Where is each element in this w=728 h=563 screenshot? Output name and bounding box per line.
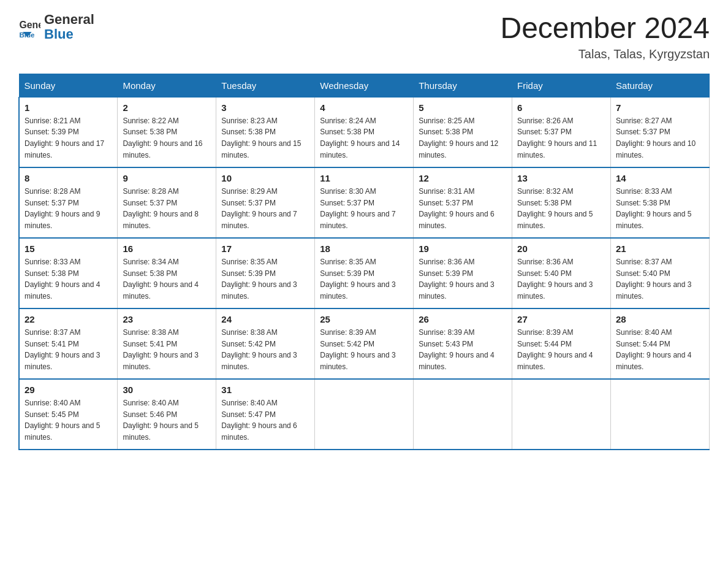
day-info: Sunrise: 8:40 AM Sunset: 5:45 PM Dayligh…	[25, 397, 112, 443]
day-info: Sunrise: 8:34 AM Sunset: 5:38 PM Dayligh…	[123, 256, 211, 302]
day-info: Sunrise: 8:35 AM Sunset: 5:39 PM Dayligh…	[320, 256, 408, 302]
table-row: 2 Sunrise: 8:22 AM Sunset: 5:38 PM Dayli…	[118, 97, 216, 167]
table-row	[414, 379, 512, 450]
day-info: Sunrise: 8:33 AM Sunset: 5:38 PM Dayligh…	[616, 186, 704, 231]
day-info: Sunrise: 8:39 AM Sunset: 5:42 PM Dayligh…	[320, 327, 408, 372]
day-info: Sunrise: 8:40 AM Sunset: 5:44 PM Dayligh…	[616, 327, 704, 372]
table-row: 14 Sunrise: 8:33 AM Sunset: 5:38 PM Dayl…	[611, 167, 710, 238]
table-row: 19 Sunrise: 8:36 AM Sunset: 5:39 PM Dayl…	[414, 238, 512, 308]
calendar-week-3: 15 Sunrise: 8:33 AM Sunset: 5:38 PM Dayl…	[19, 238, 710, 308]
day-info: Sunrise: 8:32 AM Sunset: 5:38 PM Dayligh…	[517, 186, 605, 231]
table-row: 9 Sunrise: 8:28 AM Sunset: 5:37 PM Dayli…	[118, 167, 216, 238]
header-thursday: Thursday	[414, 74, 512, 97]
table-row: 5 Sunrise: 8:25 AM Sunset: 5:38 PM Dayli…	[414, 97, 512, 167]
day-info: Sunrise: 8:29 AM Sunset: 5:37 PM Dayligh…	[221, 186, 309, 231]
table-row: 13 Sunrise: 8:32 AM Sunset: 5:38 PM Dayl…	[512, 167, 611, 238]
calendar-header-row: Sunday Monday Tuesday Wednesday Thursday…	[19, 74, 710, 97]
logo-icon: General Blue	[18, 16, 40, 38]
day-number: 1	[25, 102, 112, 113]
day-number: 18	[320, 243, 408, 254]
day-info: Sunrise: 8:25 AM Sunset: 5:38 PM Dayligh…	[419, 115, 507, 161]
day-info: Sunrise: 8:30 AM Sunset: 5:37 PM Dayligh…	[320, 186, 408, 231]
table-row: 15 Sunrise: 8:33 AM Sunset: 5:38 PM Dayl…	[19, 238, 118, 308]
day-number: 5	[419, 102, 507, 113]
day-info: Sunrise: 8:38 AM Sunset: 5:41 PM Dayligh…	[123, 327, 211, 372]
table-row: 23 Sunrise: 8:38 AM Sunset: 5:41 PM Dayl…	[118, 308, 216, 379]
table-row: 24 Sunrise: 8:38 AM Sunset: 5:42 PM Dayl…	[216, 308, 315, 379]
page-header: General Blue General Blue December 2024 …	[18, 12, 710, 61]
title-area: December 2024 Talas, Talas, Kyrgyzstan	[500, 12, 710, 61]
table-row	[512, 379, 611, 450]
day-number: 13	[517, 173, 605, 183]
day-number: 6	[517, 102, 605, 113]
calendar-week-1: 1 Sunrise: 8:21 AM Sunset: 5:39 PM Dayli…	[19, 97, 710, 167]
table-row: 10 Sunrise: 8:29 AM Sunset: 5:37 PM Dayl…	[216, 167, 315, 238]
calendar-week-5: 29 Sunrise: 8:40 AM Sunset: 5:45 PM Dayl…	[19, 379, 710, 450]
day-info: Sunrise: 8:28 AM Sunset: 5:37 PM Dayligh…	[25, 186, 112, 231]
day-number: 25	[320, 314, 408, 324]
day-number: 8	[25, 173, 112, 183]
day-number: 20	[517, 243, 605, 254]
table-row: 8 Sunrise: 8:28 AM Sunset: 5:37 PM Dayli…	[19, 167, 118, 238]
table-row: 4 Sunrise: 8:24 AM Sunset: 5:38 PM Dayli…	[315, 97, 414, 167]
day-info: Sunrise: 8:31 AM Sunset: 5:37 PM Dayligh…	[419, 186, 507, 231]
table-row: 22 Sunrise: 8:37 AM Sunset: 5:41 PM Dayl…	[19, 308, 118, 379]
table-row	[611, 379, 710, 450]
table-row: 21 Sunrise: 8:37 AM Sunset: 5:40 PM Dayl…	[611, 238, 710, 308]
day-info: Sunrise: 8:24 AM Sunset: 5:38 PM Dayligh…	[320, 115, 408, 161]
day-number: 14	[616, 173, 704, 183]
calendar-week-4: 22 Sunrise: 8:37 AM Sunset: 5:41 PM Dayl…	[19, 308, 710, 379]
day-number: 19	[419, 243, 507, 254]
header-tuesday: Tuesday	[216, 74, 315, 97]
day-number: 15	[25, 243, 112, 254]
day-info: Sunrise: 8:39 AM Sunset: 5:43 PM Dayligh…	[419, 327, 507, 372]
day-info: Sunrise: 8:37 AM Sunset: 5:40 PM Dayligh…	[616, 256, 704, 302]
calendar-week-2: 8 Sunrise: 8:28 AM Sunset: 5:37 PM Dayli…	[19, 167, 710, 238]
day-number: 2	[123, 102, 211, 113]
table-row: 31 Sunrise: 8:40 AM Sunset: 5:47 PM Dayl…	[216, 379, 315, 450]
logo-blue-text: Blue	[44, 27, 94, 42]
day-number: 11	[320, 173, 408, 183]
header-monday: Monday	[118, 74, 216, 97]
day-info: Sunrise: 8:21 AM Sunset: 5:39 PM Dayligh…	[25, 115, 112, 161]
table-row: 29 Sunrise: 8:40 AM Sunset: 5:45 PM Dayl…	[19, 379, 118, 450]
day-number: 10	[221, 173, 309, 183]
day-info: Sunrise: 8:36 AM Sunset: 5:40 PM Dayligh…	[517, 256, 605, 302]
day-number: 31	[221, 385, 309, 395]
table-row: 1 Sunrise: 8:21 AM Sunset: 5:39 PM Dayli…	[19, 97, 118, 167]
day-number: 21	[616, 243, 704, 254]
table-row: 26 Sunrise: 8:39 AM Sunset: 5:43 PM Dayl…	[414, 308, 512, 379]
day-number: 9	[123, 173, 211, 183]
day-number: 27	[517, 314, 605, 324]
day-info: Sunrise: 8:39 AM Sunset: 5:44 PM Dayligh…	[517, 327, 605, 372]
day-info: Sunrise: 8:38 AM Sunset: 5:42 PM Dayligh…	[221, 327, 309, 372]
day-number: 12	[419, 173, 507, 183]
header-friday: Friday	[512, 74, 611, 97]
day-info: Sunrise: 8:28 AM Sunset: 5:37 PM Dayligh…	[123, 186, 211, 231]
table-row: 18 Sunrise: 8:35 AM Sunset: 5:39 PM Dayl…	[315, 238, 414, 308]
day-info: Sunrise: 8:27 AM Sunset: 5:37 PM Dayligh…	[616, 115, 704, 161]
table-row: 25 Sunrise: 8:39 AM Sunset: 5:42 PM Dayl…	[315, 308, 414, 379]
day-info: Sunrise: 8:22 AM Sunset: 5:38 PM Dayligh…	[123, 115, 211, 161]
day-info: Sunrise: 8:36 AM Sunset: 5:39 PM Dayligh…	[419, 256, 507, 302]
day-number: 30	[123, 385, 211, 395]
table-row: 28 Sunrise: 8:40 AM Sunset: 5:44 PM Dayl…	[611, 308, 710, 379]
day-number: 24	[221, 314, 309, 324]
day-info: Sunrise: 8:37 AM Sunset: 5:41 PM Dayligh…	[25, 327, 112, 372]
day-info: Sunrise: 8:40 AM Sunset: 5:47 PM Dayligh…	[221, 397, 309, 443]
day-number: 4	[320, 102, 408, 113]
day-info: Sunrise: 8:26 AM Sunset: 5:37 PM Dayligh…	[517, 115, 605, 161]
day-number: 26	[419, 314, 507, 324]
day-info: Sunrise: 8:35 AM Sunset: 5:39 PM Dayligh…	[221, 256, 309, 302]
day-number: 3	[221, 102, 309, 113]
day-info: Sunrise: 8:40 AM Sunset: 5:46 PM Dayligh…	[123, 397, 211, 443]
table-row: 30 Sunrise: 8:40 AM Sunset: 5:46 PM Dayl…	[118, 379, 216, 450]
day-number: 29	[25, 385, 112, 395]
table-row: 16 Sunrise: 8:34 AM Sunset: 5:38 PM Dayl…	[118, 238, 216, 308]
day-info: Sunrise: 8:23 AM Sunset: 5:38 PM Dayligh…	[221, 115, 309, 161]
table-row: 12 Sunrise: 8:31 AM Sunset: 5:37 PM Dayl…	[414, 167, 512, 238]
logo-general-text: General	[44, 12, 94, 27]
day-number: 17	[221, 243, 309, 254]
day-number: 7	[616, 102, 704, 113]
table-row: 20 Sunrise: 8:36 AM Sunset: 5:40 PM Dayl…	[512, 238, 611, 308]
